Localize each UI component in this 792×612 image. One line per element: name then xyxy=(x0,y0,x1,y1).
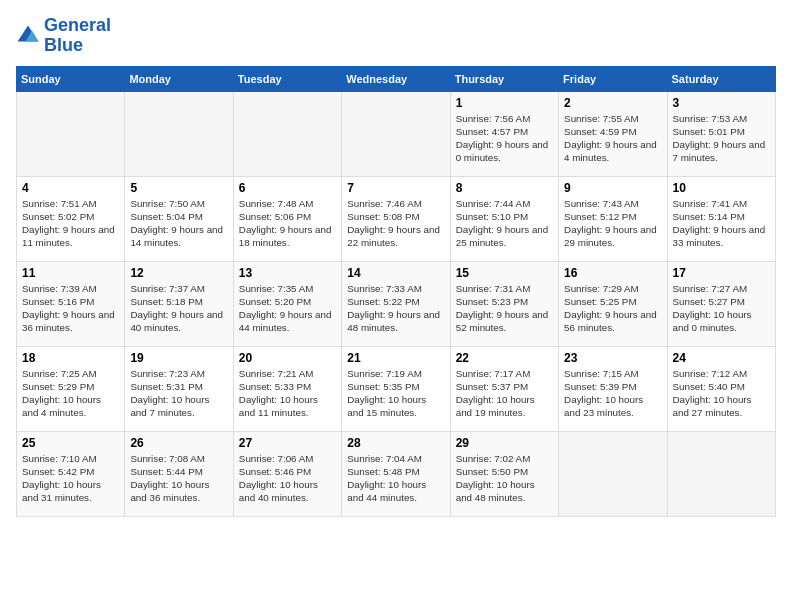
day-number: 23 xyxy=(564,351,661,365)
day-content: Sunrise: 7:56 AM Sunset: 4:57 PM Dayligh… xyxy=(456,112,553,165)
day-content: Sunrise: 7:15 AM Sunset: 5:39 PM Dayligh… xyxy=(564,367,661,420)
day-cell: 21Sunrise: 7:19 AM Sunset: 5:35 PM Dayli… xyxy=(342,346,450,431)
day-cell: 15Sunrise: 7:31 AM Sunset: 5:23 PM Dayli… xyxy=(450,261,558,346)
logo-general: General xyxy=(44,15,111,35)
day-cell: 18Sunrise: 7:25 AM Sunset: 5:29 PM Dayli… xyxy=(17,346,125,431)
day-content: Sunrise: 7:12 AM Sunset: 5:40 PM Dayligh… xyxy=(673,367,770,420)
day-cell xyxy=(559,431,667,516)
week-row-4: 18Sunrise: 7:25 AM Sunset: 5:29 PM Dayli… xyxy=(17,346,776,431)
day-number: 7 xyxy=(347,181,444,195)
calendar-body: 1Sunrise: 7:56 AM Sunset: 4:57 PM Daylig… xyxy=(17,91,776,516)
day-content: Sunrise: 7:29 AM Sunset: 5:25 PM Dayligh… xyxy=(564,282,661,335)
day-cell xyxy=(342,91,450,176)
day-content: Sunrise: 7:33 AM Sunset: 5:22 PM Dayligh… xyxy=(347,282,444,335)
day-number: 17 xyxy=(673,266,770,280)
day-cell: 25Sunrise: 7:10 AM Sunset: 5:42 PM Dayli… xyxy=(17,431,125,516)
day-cell: 3Sunrise: 7:53 AM Sunset: 5:01 PM Daylig… xyxy=(667,91,775,176)
day-cell xyxy=(233,91,341,176)
day-number: 6 xyxy=(239,181,336,195)
week-row-2: 4Sunrise: 7:51 AM Sunset: 5:02 PM Daylig… xyxy=(17,176,776,261)
day-number: 12 xyxy=(130,266,227,280)
day-cell: 14Sunrise: 7:33 AM Sunset: 5:22 PM Dayli… xyxy=(342,261,450,346)
day-content: Sunrise: 7:43 AM Sunset: 5:12 PM Dayligh… xyxy=(564,197,661,250)
day-cell: 7Sunrise: 7:46 AM Sunset: 5:08 PM Daylig… xyxy=(342,176,450,261)
logo-text: General Blue xyxy=(44,16,111,56)
day-content: Sunrise: 7:35 AM Sunset: 5:20 PM Dayligh… xyxy=(239,282,336,335)
day-content: Sunrise: 7:02 AM Sunset: 5:50 PM Dayligh… xyxy=(456,452,553,505)
day-content: Sunrise: 7:31 AM Sunset: 5:23 PM Dayligh… xyxy=(456,282,553,335)
day-cell: 4Sunrise: 7:51 AM Sunset: 5:02 PM Daylig… xyxy=(17,176,125,261)
day-content: Sunrise: 7:48 AM Sunset: 5:06 PM Dayligh… xyxy=(239,197,336,250)
day-number: 29 xyxy=(456,436,553,450)
day-content: Sunrise: 7:17 AM Sunset: 5:37 PM Dayligh… xyxy=(456,367,553,420)
logo-icon xyxy=(16,24,40,48)
day-content: Sunrise: 7:50 AM Sunset: 5:04 PM Dayligh… xyxy=(130,197,227,250)
day-cell: 12Sunrise: 7:37 AM Sunset: 5:18 PM Dayli… xyxy=(125,261,233,346)
day-content: Sunrise: 7:19 AM Sunset: 5:35 PM Dayligh… xyxy=(347,367,444,420)
day-content: Sunrise: 7:08 AM Sunset: 5:44 PM Dayligh… xyxy=(130,452,227,505)
day-content: Sunrise: 7:21 AM Sunset: 5:33 PM Dayligh… xyxy=(239,367,336,420)
logo-blue: Blue xyxy=(44,35,83,55)
day-number: 10 xyxy=(673,181,770,195)
day-content: Sunrise: 7:51 AM Sunset: 5:02 PM Dayligh… xyxy=(22,197,119,250)
day-number: 21 xyxy=(347,351,444,365)
day-cell: 11Sunrise: 7:39 AM Sunset: 5:16 PM Dayli… xyxy=(17,261,125,346)
day-cell: 2Sunrise: 7:55 AM Sunset: 4:59 PM Daylig… xyxy=(559,91,667,176)
day-content: Sunrise: 7:10 AM Sunset: 5:42 PM Dayligh… xyxy=(22,452,119,505)
day-cell: 17Sunrise: 7:27 AM Sunset: 5:27 PM Dayli… xyxy=(667,261,775,346)
day-number: 5 xyxy=(130,181,227,195)
day-number: 4 xyxy=(22,181,119,195)
day-number: 27 xyxy=(239,436,336,450)
header-day-monday: Monday xyxy=(125,66,233,91)
week-row-5: 25Sunrise: 7:10 AM Sunset: 5:42 PM Dayli… xyxy=(17,431,776,516)
day-content: Sunrise: 7:23 AM Sunset: 5:31 PM Dayligh… xyxy=(130,367,227,420)
day-content: Sunrise: 7:06 AM Sunset: 5:46 PM Dayligh… xyxy=(239,452,336,505)
day-cell: 28Sunrise: 7:04 AM Sunset: 5:48 PM Dayli… xyxy=(342,431,450,516)
header-day-thursday: Thursday xyxy=(450,66,558,91)
header-day-tuesday: Tuesday xyxy=(233,66,341,91)
day-cell xyxy=(667,431,775,516)
day-cell xyxy=(125,91,233,176)
day-content: Sunrise: 7:53 AM Sunset: 5:01 PM Dayligh… xyxy=(673,112,770,165)
day-cell: 19Sunrise: 7:23 AM Sunset: 5:31 PM Dayli… xyxy=(125,346,233,431)
header-day-wednesday: Wednesday xyxy=(342,66,450,91)
day-number: 2 xyxy=(564,96,661,110)
day-content: Sunrise: 7:46 AM Sunset: 5:08 PM Dayligh… xyxy=(347,197,444,250)
day-cell: 1Sunrise: 7:56 AM Sunset: 4:57 PM Daylig… xyxy=(450,91,558,176)
day-number: 1 xyxy=(456,96,553,110)
day-cell: 13Sunrise: 7:35 AM Sunset: 5:20 PM Dayli… xyxy=(233,261,341,346)
day-content: Sunrise: 7:27 AM Sunset: 5:27 PM Dayligh… xyxy=(673,282,770,335)
day-cell: 5Sunrise: 7:50 AM Sunset: 5:04 PM Daylig… xyxy=(125,176,233,261)
calendar-header: SundayMondayTuesdayWednesdayThursdayFrid… xyxy=(17,66,776,91)
header: General Blue xyxy=(16,16,776,56)
day-cell: 23Sunrise: 7:15 AM Sunset: 5:39 PM Dayli… xyxy=(559,346,667,431)
day-cell: 27Sunrise: 7:06 AM Sunset: 5:46 PM Dayli… xyxy=(233,431,341,516)
day-content: Sunrise: 7:41 AM Sunset: 5:14 PM Dayligh… xyxy=(673,197,770,250)
day-cell xyxy=(17,91,125,176)
day-number: 16 xyxy=(564,266,661,280)
day-cell: 9Sunrise: 7:43 AM Sunset: 5:12 PM Daylig… xyxy=(559,176,667,261)
week-row-1: 1Sunrise: 7:56 AM Sunset: 4:57 PM Daylig… xyxy=(17,91,776,176)
day-content: Sunrise: 7:44 AM Sunset: 5:10 PM Dayligh… xyxy=(456,197,553,250)
calendar-table: SundayMondayTuesdayWednesdayThursdayFrid… xyxy=(16,66,776,517)
header-day-sunday: Sunday xyxy=(17,66,125,91)
day-cell: 24Sunrise: 7:12 AM Sunset: 5:40 PM Dayli… xyxy=(667,346,775,431)
day-content: Sunrise: 7:37 AM Sunset: 5:18 PM Dayligh… xyxy=(130,282,227,335)
day-cell: 20Sunrise: 7:21 AM Sunset: 5:33 PM Dayli… xyxy=(233,346,341,431)
day-number: 18 xyxy=(22,351,119,365)
day-content: Sunrise: 7:55 AM Sunset: 4:59 PM Dayligh… xyxy=(564,112,661,165)
day-cell: 26Sunrise: 7:08 AM Sunset: 5:44 PM Dayli… xyxy=(125,431,233,516)
day-cell: 8Sunrise: 7:44 AM Sunset: 5:10 PM Daylig… xyxy=(450,176,558,261)
day-content: Sunrise: 7:04 AM Sunset: 5:48 PM Dayligh… xyxy=(347,452,444,505)
day-cell: 10Sunrise: 7:41 AM Sunset: 5:14 PM Dayli… xyxy=(667,176,775,261)
day-number: 28 xyxy=(347,436,444,450)
day-number: 13 xyxy=(239,266,336,280)
day-number: 11 xyxy=(22,266,119,280)
day-number: 8 xyxy=(456,181,553,195)
day-number: 14 xyxy=(347,266,444,280)
header-day-friday: Friday xyxy=(559,66,667,91)
header-day-saturday: Saturday xyxy=(667,66,775,91)
day-cell: 6Sunrise: 7:48 AM Sunset: 5:06 PM Daylig… xyxy=(233,176,341,261)
day-content: Sunrise: 7:39 AM Sunset: 5:16 PM Dayligh… xyxy=(22,282,119,335)
day-number: 3 xyxy=(673,96,770,110)
